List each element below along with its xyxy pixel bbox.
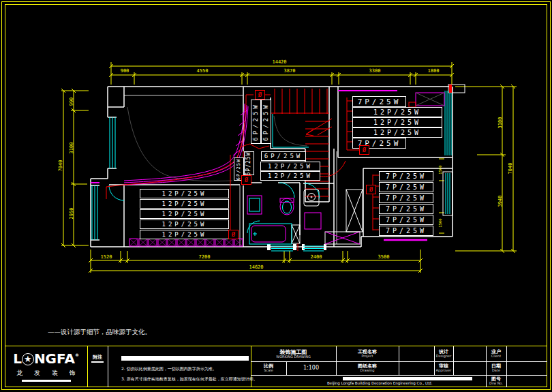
company-cell: Beijing Longfa Building Decoration Engin… [251,375,486,387]
company-zh-redacted [343,377,472,380]
divider [108,346,108,387]
drawing-label-cell: 图纸名称 Drawing [336,361,399,375]
designer-label-cell: 设计 Designer [434,346,453,361]
scale-label-cell: 比例 Scale [251,361,286,375]
cad-sheet: 7P/25W12P/25W12P/25W12P/25W7P/25W6P/25W1… [0,0,552,392]
notes-header: 附注 [87,352,108,365]
drwno-label-cell: 图号 Drw No. [486,375,506,387]
logo-wordmark: L★NGFA® [5,350,87,367]
redacted-text [91,361,104,363]
closet-xbox-top-right [416,93,444,106]
accent-lines [91,91,427,240]
client-label-cell: 业户 Client [486,346,506,361]
star-icon: ★ [22,353,34,365]
curtain-track [124,104,248,185]
date-label-cell: 日期 Date [486,361,506,375]
doc-type-cell: 装饰施工图 WORKING DRAWING [251,346,336,361]
note-3: 3. 所有尺寸须作实地检查复核，如发现有任何矛盾处，应立即通知设计师。 [121,376,258,382]
note-2: 2. 切勿以比例量度此图，一切以图内数字所示为准。 [121,366,217,372]
project-value-cell [399,346,434,361]
approver-label-cell: 审核 Approver [434,361,453,375]
cabinet-row [129,239,243,246]
gray-guides [127,107,307,181]
project-label-cell: 工程名称 Project [336,346,399,361]
walls [91,85,465,247]
logo-underline [22,380,71,382]
client-value-cell [506,346,547,361]
design-motto: ——设计源于细节，品味源于文化。 [48,328,151,337]
stove [305,213,321,229]
staircase [271,89,332,196]
note-1-redacted [121,356,249,361]
kitchen-xbox [292,190,363,244]
scale-value: 1:100 [286,361,336,375]
company-name-en: Beijing Longfa Building Decoration Engin… [327,381,432,385]
title-block: L★NGFA® 龙 发 装 饰 附注 2. 切勿以比例量度此图，一切以图内数字所… [5,346,547,387]
designer-value-cell [453,346,486,361]
logo-subtext: 龙 发 装 饰 [5,369,87,378]
